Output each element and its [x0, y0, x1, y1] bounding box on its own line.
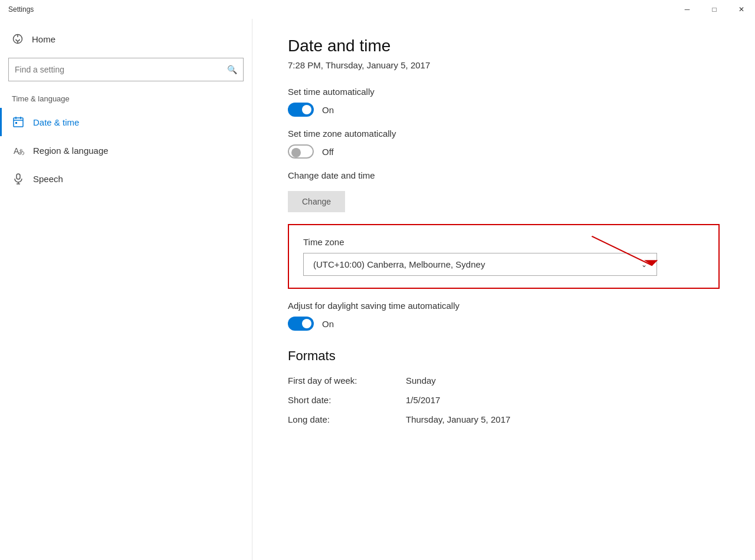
timezone-value: (UTC+10:00) Canberra, Melbourne, Sydney: [313, 259, 485, 269]
app-container: Home 🔍 Time & language Date & time: [0, 19, 755, 560]
format-val-2: Thursday, January 5, 2017: [406, 414, 510, 424]
section-label: Time & language: [0, 91, 252, 108]
maximize-button[interactable]: □: [701, 0, 728, 19]
daylight-saving-value: On: [322, 319, 334, 329]
home-nav-item[interactable]: Home: [0, 26, 252, 52]
format-row-1: Short date: 1/5/2017: [288, 395, 720, 405]
set-timezone-auto-label: Set time zone automatically: [288, 129, 720, 139]
close-button[interactable]: ✕: [728, 0, 755, 19]
search-box[interactable]: 🔍: [8, 58, 244, 81]
timezone-section: Time zone (UTC+10:00) Canberra, Melbourn…: [288, 224, 720, 289]
set-time-auto-label: Set time automatically: [288, 87, 720, 97]
page-title: Date and time: [288, 37, 720, 55]
daylight-saving-toggle[interactable]: [288, 317, 314, 331]
set-timezone-auto-toggle-row: Off: [288, 144, 720, 159]
search-input[interactable]: [15, 65, 227, 74]
formats-section: Formats First day of week: Sunday Short …: [288, 348, 720, 424]
set-timezone-auto-row: Set time zone automatically Off: [288, 129, 720, 159]
calendar-icon: [12, 116, 25, 129]
sidebar-item-region-language[interactable]: A あ Region & language: [0, 136, 252, 164]
titlebar: Settings ─ □ ✕: [0, 0, 755, 19]
format-row-0: First day of week: Sunday: [288, 375, 720, 386]
sidebar-item-region-label: Region & language: [33, 146, 109, 156]
toggle-knob-dst: [302, 319, 311, 328]
current-time: 7:28 PM, Thursday, January 5, 2017: [288, 60, 720, 70]
chevron-down-icon: ⌄: [641, 261, 647, 269]
search-icon[interactable]: 🔍: [227, 65, 237, 74]
set-time-auto-row: Set time automatically On: [288, 87, 720, 117]
home-label: Home: [32, 34, 55, 44]
format-row-2: Long date: Thursday, January 5, 2017: [288, 414, 720, 424]
microphone-icon: [12, 172, 25, 185]
change-date-time-label: Change date and time: [288, 170, 720, 180]
set-time-auto-toggle-row: On: [288, 103, 720, 117]
content-area: Date and time 7:28 PM, Thursday, January…: [252, 19, 755, 560]
sidebar-item-date-time-label: Date & time: [33, 117, 79, 127]
daylight-saving-toggle-row: On: [288, 317, 720, 331]
change-date-time-row: Change date and time Change: [288, 170, 720, 212]
toggle-knob-tz: [291, 148, 301, 157]
timezone-dropdown[interactable]: (UTC+10:00) Canberra, Melbourne, Sydney …: [303, 253, 657, 276]
sidebar-item-speech[interactable]: Speech: [0, 164, 252, 193]
home-icon: [12, 33, 24, 45]
format-val-0: Sunday: [406, 375, 436, 386]
region-icon: A あ: [12, 144, 25, 157]
formats-title: Formats: [288, 348, 720, 364]
set-time-auto-value: On: [322, 105, 334, 115]
set-timezone-auto-value: Off: [322, 147, 334, 157]
app-title: Settings: [8, 5, 34, 14]
timezone-label: Time zone: [303, 237, 704, 247]
svg-rect-3: [14, 118, 23, 127]
window-controls: ─ □ ✕: [674, 0, 755, 19]
sidebar: Home 🔍 Time & language Date & time: [0, 19, 252, 560]
toggle-knob: [302, 105, 311, 114]
format-key-2: Long date:: [288, 414, 406, 424]
minimize-button[interactable]: ─: [674, 0, 701, 19]
sidebar-item-speech-label: Speech: [33, 174, 63, 184]
format-key-0: First day of week:: [288, 375, 406, 386]
daylight-saving-row: Adjust for daylight saving time automati…: [288, 301, 720, 331]
svg-text:あ: あ: [18, 148, 24, 155]
sidebar-item-date-time[interactable]: Date & time: [0, 108, 252, 136]
format-key-1: Short date:: [288, 395, 406, 405]
svg-rect-7: [15, 122, 17, 124]
daylight-saving-label: Adjust for daylight saving time automati…: [288, 301, 720, 311]
change-button[interactable]: Change: [288, 191, 345, 212]
set-time-auto-toggle[interactable]: [288, 103, 314, 117]
format-val-1: 1/5/2017: [406, 395, 440, 405]
set-timezone-auto-toggle[interactable]: [288, 144, 314, 159]
svg-rect-10: [17, 174, 20, 179]
